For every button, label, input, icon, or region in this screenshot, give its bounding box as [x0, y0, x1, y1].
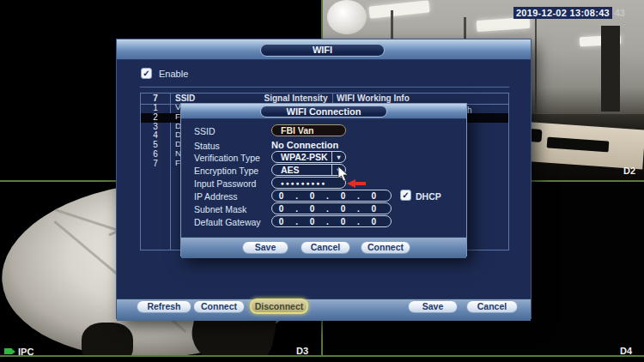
connect-button-outer[interactable]: Connect [193, 300, 245, 313]
wifi-connection-dialog: WIFI Connection SSID FBI Van Status No C… [180, 103, 467, 256]
connect-button[interactable]: Connect [361, 241, 410, 254]
encryption-type-dropdown[interactable]: AES ▾ [271, 164, 346, 176]
enable-label: Enable [159, 69, 188, 79]
checkmark-icon: ✓ [143, 69, 149, 78]
save-button[interactable]: Save [242, 241, 289, 254]
status-value: No Connection [271, 140, 338, 150]
enable-checkbox[interactable]: ✓ [141, 68, 152, 79]
ip-address-input[interactable]: 0 . 0 . 0 . 0 [271, 190, 392, 202]
ip-address-value: 0 . 0 . 0 . 0 [272, 191, 391, 201]
default-gateway-label: Default Gateway [194, 217, 261, 227]
disconnect-button[interactable]: Disconnect [250, 299, 308, 314]
refresh-button[interactable]: Refresh [137, 300, 191, 313]
wifi-dialog-title: WIFI [260, 44, 385, 57]
verification-type-value: WPA2-PSK [281, 152, 328, 162]
password-dots: ●●●●●●●●● [281, 180, 326, 186]
ceiling-light [477, 17, 531, 32]
mouse-cursor [337, 166, 349, 185]
separator-line [140, 87, 509, 87]
password-input[interactable]: ●●●●●●●●● [271, 177, 346, 189]
ssid-input[interactable]: FBI Van [271, 124, 346, 136]
checkmark-icon: ✓ [402, 190, 409, 200]
subnet-mask-value: 0 . 0 . 0 . 0 [272, 204, 391, 214]
default-gateway-value: 0 . 0 . 0 . 0 [272, 217, 391, 226]
verification-type-dropdown[interactable]: WPA2-PSK ▾ [271, 151, 346, 163]
office-doorway [601, 26, 620, 112]
row-number: 7 [141, 160, 170, 169]
ptz-camera [327, 0, 367, 34]
input-password-label: Input Password [194, 178, 256, 189]
cancel-button-outer[interactable]: Cancel [466, 300, 518, 313]
encryption-type-label: Encryption Type [194, 166, 258, 176]
status-label: Status [194, 141, 220, 151]
camera-timestamp: 2019-12-02 13:08:43 [513, 7, 612, 19]
annotation-arrow-icon [347, 179, 368, 188]
save-button-outer[interactable]: Save [408, 300, 458, 313]
encryption-type-value: AES [281, 165, 300, 175]
default-gateway-input[interactable]: 0 . 0 . 0 . 0 [271, 215, 392, 227]
ip-address-label: IP Address [194, 191, 238, 202]
channel-label-d2: D2 [623, 166, 635, 176]
row-number: 2 [141, 113, 170, 123]
bottom-letterbox [0, 357, 644, 362]
camera-timestamp-ghost: 43 [615, 8, 625, 18]
subnet-mask-input[interactable]: 0 . 0 . 0 . 0 [271, 202, 392, 214]
cancel-button[interactable]: Cancel [301, 241, 350, 254]
wall-frame [535, 15, 537, 117]
dhcp-checkbox[interactable]: ✓ [400, 190, 411, 201]
connection-dialog-title: WIFI Connection [260, 106, 387, 118]
verification-type-label: Verification Type [194, 153, 260, 163]
ssid-label: SSID [194, 126, 216, 136]
working-info-fragment: h [467, 106, 472, 115]
nvr-screen: 2019-12-02 13:08:43 43 D2 IPC D3 D4 WIFI… [0, 0, 644, 362]
subnet-mask-label: Subnet Mask [194, 204, 246, 214]
ipc-status-icon [4, 348, 12, 354]
ssid-value: FBI Van [281, 125, 314, 136]
chevron-down-icon[interactable]: ▾ [331, 151, 345, 163]
dhcp-label: DHCP [416, 191, 441, 202]
ceiling-light [368, 0, 429, 18]
